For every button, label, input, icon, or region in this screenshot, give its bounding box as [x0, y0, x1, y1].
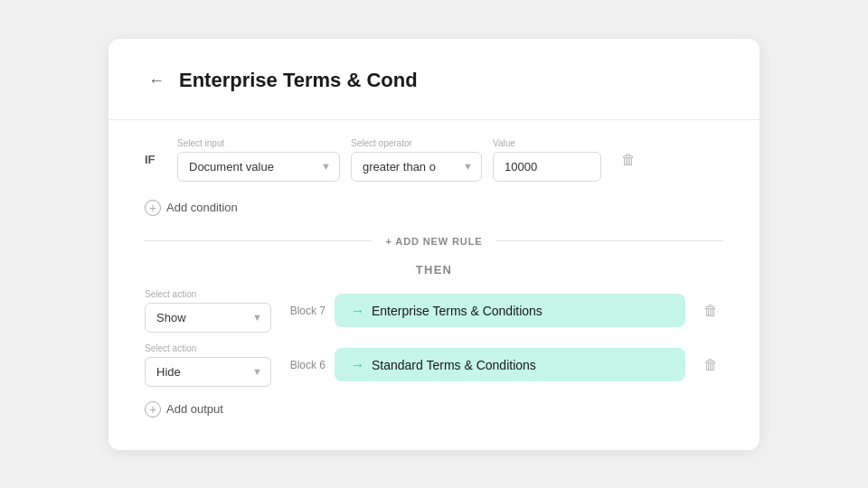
add-rule-row: + ADD NEW RULE — [145, 236, 723, 247]
select-action-label-0: Select action — [145, 289, 271, 299]
action-row: Select action Hide ▼ Block 6 → Standard … — [145, 343, 723, 387]
action-select-group-1: Select action Hide ▼ — [145, 343, 271, 387]
arrow-icon-0: → — [351, 303, 364, 318]
delete-action-button-0[interactable]: 🗑 — [698, 299, 723, 323]
select-operator-label: Select operator — [351, 138, 482, 148]
block-label-0: Block 7 — [280, 305, 326, 317]
add-rule-line-left — [145, 240, 372, 241]
trash-icon: 🗑 — [703, 303, 718, 318]
if-section: IF Select input Document value ▼ Select … — [145, 138, 723, 220]
then-section: THEN Select action Show ▼ Block 7 → Ente… — [145, 263, 723, 421]
action-rows: Select action Show ▼ Block 7 → Enterpris… — [145, 289, 723, 387]
then-label: THEN — [145, 263, 723, 277]
trash-icon: 🗑 — [621, 152, 636, 167]
value-label: Value — [493, 138, 601, 148]
select-operator[interactable]: greater than o — [351, 152, 482, 182]
trash-icon: 🗑 — [703, 357, 718, 372]
plus-icon: + — [145, 200, 161, 216]
add-output-label: Add output — [166, 402, 223, 416]
block-tag-0: → Enterprise Terms & Conditions — [335, 294, 685, 327]
select-input[interactable]: Document value — [177, 152, 340, 182]
action-row: Select action Show ▼ Block 7 → Enterpris… — [145, 289, 723, 333]
add-condition-label: Add condition — [166, 201, 238, 214]
arrow-icon-1: → — [351, 357, 364, 372]
select-input-label: Select input — [177, 138, 340, 148]
block-tag-1: → Standard Terms & Conditions — [335, 348, 685, 381]
add-output-button[interactable]: + Add output — [145, 398, 223, 421]
header: ← Enterprise Terms & Cond — [145, 68, 723, 94]
delete-action-button-1[interactable]: 🗑 — [698, 353, 723, 377]
value-input[interactable] — [493, 152, 601, 182]
select-action-0[interactable]: Show — [145, 303, 271, 333]
select-input-group: Select input Document value ▼ — [177, 138, 340, 182]
select-input-wrapper: Document value ▼ — [177, 152, 340, 182]
block-text-0: Enterprise Terms & Conditions — [372, 304, 542, 318]
select-operator-wrapper: greater than o ▼ — [351, 152, 482, 182]
if-label: IF — [145, 153, 166, 166]
block-text-1: Standard Terms & Conditions — [372, 358, 536, 372]
select-action-wrapper-1: Hide ▼ — [145, 357, 271, 387]
value-input-group: Value — [493, 138, 601, 182]
back-button[interactable]: ← — [145, 68, 168, 94]
add-condition-button[interactable]: + Add condition — [145, 196, 238, 220]
delete-condition-button[interactable]: 🗑 — [616, 148, 641, 172]
plus-icon: + — [145, 401, 161, 418]
block-label-1: Block 6 — [280, 359, 326, 371]
select-action-1[interactable]: Hide — [145, 357, 271, 387]
select-operator-group: Select operator greater than o ▼ — [351, 138, 482, 182]
header-divider — [108, 119, 760, 120]
select-action-label-1: Select action — [145, 343, 271, 353]
if-row: IF Select input Document value ▼ Select … — [145, 138, 723, 182]
main-card: ← Enterprise Terms & Cond IF Select inpu… — [108, 39, 760, 450]
page-title: Enterprise Terms & Cond — [179, 69, 418, 92]
back-icon: ← — [148, 71, 165, 90]
add-new-rule-button[interactable]: + ADD NEW RULE — [372, 236, 497, 247]
add-rule-line-right — [496, 240, 723, 241]
action-select-group-0: Select action Show ▼ — [145, 289, 271, 333]
select-action-wrapper-0: Show ▼ — [145, 303, 271, 333]
